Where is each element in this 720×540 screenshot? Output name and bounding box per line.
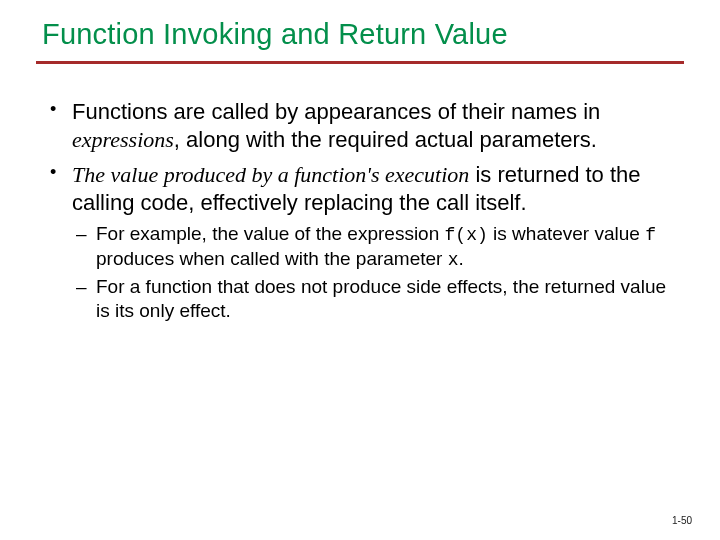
sub-bullet-item: For a function that does not produce sid… [74, 275, 680, 323]
code-text: f(x) [445, 225, 488, 245]
slide: Function Invoking and Return Value Funct… [0, 0, 720, 540]
code-text: x [448, 250, 459, 270]
page-number: 1-50 [672, 515, 692, 526]
bullet-item: The value produced by a function's execu… [48, 161, 680, 323]
text: For example, the value of the expression [96, 223, 445, 244]
italic-text: The value produced by a function's execu… [72, 162, 469, 187]
text: For a function that does not produce sid… [96, 276, 666, 321]
text: , along with the required actual paramet… [174, 127, 597, 152]
text: produces when called with the parameter [96, 248, 448, 269]
sub-bullet-list: For example, the value of the expression… [74, 222, 680, 323]
sub-bullet-item: For example, the value of the expression… [74, 222, 680, 271]
slide-title: Function Invoking and Return Value [40, 18, 680, 61]
text: . [459, 248, 464, 269]
bullet-item: Functions are called by appearances of t… [48, 98, 680, 153]
code-text: f [645, 225, 656, 245]
text: is whatever value [488, 223, 645, 244]
italic-text: expressions [72, 127, 174, 152]
title-rule [36, 61, 684, 64]
text: Functions are called by appearances of t… [72, 99, 600, 124]
bullet-list: Functions are called by appearances of t… [48, 98, 680, 323]
